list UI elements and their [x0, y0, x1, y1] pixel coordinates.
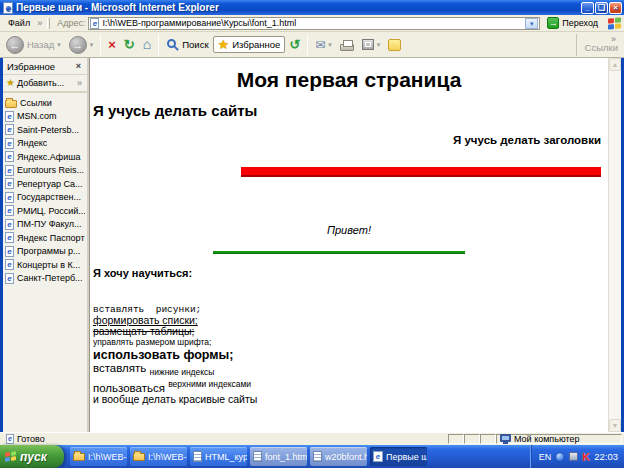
favorites-item[interactable]: e Яндекс Паспорт	[5, 231, 85, 245]
messenger-icon	[388, 39, 401, 51]
print-icon	[340, 44, 354, 51]
favorites-item[interactable]: e Яндекс.Афиша	[5, 150, 85, 164]
messenger-button[interactable]	[384, 37, 405, 53]
favorites-item[interactable]: e Санкт-Петерб...	[5, 272, 85, 286]
document-icon: e	[6, 434, 14, 444]
taskbar-button-ie[interactable]: e Первые шаг...	[370, 447, 427, 466]
zone-text: Мой компьютер	[514, 434, 580, 444]
tray-app-icon[interactable]	[569, 452, 578, 461]
list-item-last: и вообще делать красивые сайты	[93, 394, 608, 405]
ie-page-icon: e	[5, 192, 14, 203]
taskbar-button-document[interactable]: w20bfont.ht...	[310, 447, 367, 466]
status-text-pane: e Готово	[2, 434, 448, 444]
right-aligned-heading: Я учусь делать заголовки	[90, 134, 601, 146]
green-rule	[213, 251, 465, 254]
ie-page-icon: e	[5, 151, 14, 162]
taskbar-button-document[interactable]: font_1.html ...	[250, 447, 307, 466]
security-zone-pane: Мой компьютер	[496, 434, 622, 444]
ie-icon: e	[373, 451, 383, 462]
language-indicator[interactable]: EN	[539, 452, 552, 462]
favorites-item[interactable]: e РМИЦ. Россий...	[5, 204, 85, 218]
standard-toolbar: ← Назад ▾ → ▾ × ↻ ⌂ Поиск ★ Избранное ↺	[0, 32, 624, 58]
edit-icon	[362, 39, 374, 50]
favorites-overflow-chevron[interactable]: »	[75, 78, 84, 88]
ie-page-icon: e	[5, 273, 14, 284]
address-label: Адрес:	[57, 18, 85, 28]
history-button[interactable]: ↺	[285, 36, 304, 53]
toolbar-separator	[100, 35, 101, 55]
taskbar-button-document[interactable]: HTML_курс...	[190, 447, 247, 466]
minimize-button[interactable]: _	[581, 2, 594, 14]
favorites-item[interactable]: e Яндекс	[5, 137, 85, 151]
edit-dropdown-icon[interactable]: ▾	[377, 41, 381, 49]
menu-file[interactable]: Файл	[3, 17, 35, 29]
ie-page-icon: e	[3, 2, 13, 14]
print-button[interactable]	[336, 37, 358, 53]
vertical-scrollbar[interactable]: ▲ ▼	[608, 58, 621, 432]
forward-dropdown-icon[interactable]: ▾	[90, 41, 94, 49]
ie-page-icon: e	[5, 232, 14, 243]
taskbar-button-folder[interactable]: I:\h\WEB-пр...	[130, 447, 187, 466]
favorites-item[interactable]: e MSN.com	[5, 110, 85, 124]
ie-page-icon: e	[5, 124, 14, 135]
forward-button[interactable]: → ▾	[65, 34, 98, 56]
close-button[interactable]: ×	[609, 2, 622, 14]
links-label: Ссылки	[585, 42, 618, 53]
links-toolbar[interactable]: » Ссылки	[576, 34, 622, 56]
taskbar-button-folder[interactable]: I:\h\WEB-пр...	[70, 447, 127, 466]
status-text: Готово	[17, 434, 45, 444]
status-bar: e Готово Мой компьютер	[0, 432, 624, 445]
edit-button[interactable]: ▾	[358, 37, 385, 52]
favorites-item[interactable]: e Eurotours Reis...	[5, 164, 85, 178]
task-buttons: I:\h\WEB-пр... I:\h\WEB-пр... HTML_курс.…	[64, 445, 427, 468]
address-value[interactable]: I:\h\WEB-программирование\Курсы\font_1.h…	[102, 18, 525, 28]
address-bar[interactable]: e I:\h\WEB-программирование\Курсы\font_1…	[88, 17, 540, 30]
back-button[interactable]: ← Назад ▾	[2, 34, 65, 56]
ie-page-icon: e	[5, 138, 14, 149]
favorites-title: Избранное	[7, 61, 55, 72]
search-button[interactable]: Поиск	[162, 36, 212, 53]
favorites-item[interactable]: e Saint-Petersb...	[5, 123, 85, 137]
favorites-item[interactable]: e Концерты в К...	[5, 258, 85, 272]
favorites-list: Ссылки e MSN.com e Saint-Petersb... e Ян…	[3, 93, 87, 432]
ie-page-icon: e	[5, 205, 14, 216]
status-pane	[480, 434, 496, 444]
refresh-button[interactable]: ↻	[120, 36, 139, 53]
mail-button[interactable]: ✉ ▾	[311, 37, 336, 53]
back-dropdown-icon[interactable]: ▾	[57, 41, 61, 49]
volume-icon[interactable]	[555, 452, 565, 462]
ie-page-icon: e	[5, 165, 14, 176]
favorites-close-icon[interactable]: ×	[74, 61, 83, 71]
mail-dropdown-icon[interactable]: ▾	[328, 41, 332, 49]
ie-window: e Первые шаги - Microsoft Internet Explo…	[0, 0, 624, 468]
favorites-item[interactable]: e Программы р...	[5, 245, 85, 259]
menu-overflow-chevron[interactable]: »	[35, 18, 44, 28]
scroll-down-icon[interactable]: ▼	[609, 419, 621, 432]
scroll-up-icon[interactable]: ▲	[609, 58, 621, 71]
favorites-item[interactable]: e ПМ-ПУ Факул...	[5, 218, 85, 232]
folder-icon	[5, 100, 17, 108]
back-icon: ←	[6, 36, 24, 54]
stop-button[interactable]: ×	[104, 36, 120, 53]
red-rule	[241, 167, 601, 177]
status-pane	[448, 434, 464, 444]
ie-page-icon: e	[90, 18, 99, 29]
forward-icon: →	[69, 36, 87, 54]
antivirus-icon[interactable]: K	[582, 451, 590, 463]
maximize-button[interactable]: ❑	[595, 2, 608, 14]
favorites-item[interactable]: e Государствен...	[5, 191, 85, 205]
favorites-button[interactable]: ★ Избранное	[213, 36, 286, 53]
add-favorite-button[interactable]: ★ Добавить... »	[3, 75, 87, 93]
go-button[interactable]: → Переход	[543, 17, 602, 29]
ie-page-icon: e	[5, 111, 14, 122]
favorites-item[interactable]: e Репертуар Са...	[5, 177, 85, 191]
favorites-item-links[interactable]: Ссылки	[5, 96, 85, 110]
address-dropdown[interactable]: ▾	[525, 18, 538, 29]
window-title: Первые шаги - Microsoft Internet Explore…	[16, 2, 581, 13]
status-pane	[464, 434, 480, 444]
go-arrow-icon: →	[547, 17, 559, 29]
home-button[interactable]: ⌂	[139, 36, 155, 53]
start-button[interactable]: пуск	[0, 445, 64, 468]
system-tray: EN K 22:03	[530, 445, 624, 468]
list-item-superscript: пользоваться верхними индексами	[93, 378, 608, 394]
